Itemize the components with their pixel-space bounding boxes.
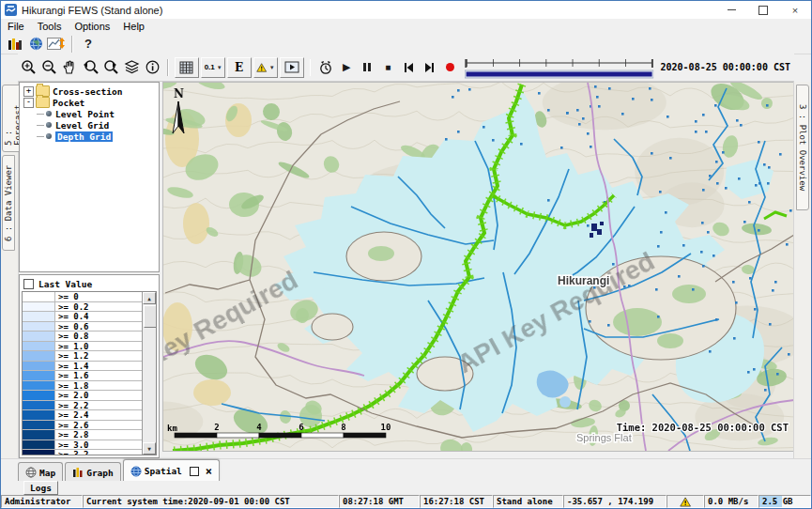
play-button[interactable]: ▶ bbox=[337, 58, 356, 77]
title-bar: Hikurangi FEWS (Stand alone) × bbox=[1, 1, 811, 20]
tree-item-level-grid[interactable]: Level Grid bbox=[20, 119, 159, 131]
previous-zoom-icon[interactable] bbox=[81, 58, 100, 77]
status-user: Administrator bbox=[1, 495, 83, 508]
logs-button[interactable]: Logs bbox=[23, 481, 58, 495]
help-icon[interactable]: ? bbox=[79, 35, 98, 54]
pause-button[interactable] bbox=[358, 58, 376, 77]
zoom-out-icon[interactable] bbox=[39, 58, 58, 77]
legend-class-label: >= 3.0 bbox=[55, 440, 142, 450]
show-grid-button[interactable] bbox=[175, 57, 199, 78]
tree-item-label: Depth Grid bbox=[55, 131, 113, 142]
close-panel-icon[interactable]: × bbox=[206, 467, 212, 476]
maximize-button[interactable] bbox=[747, 1, 779, 19]
close-button[interactable]: × bbox=[779, 1, 811, 19]
contour-value-dropdown[interactable]: 0.1 ▼ bbox=[201, 57, 225, 78]
tab-plot-overview[interactable]: 3 : Plot Overview bbox=[796, 85, 809, 210]
node-bullet-icon bbox=[46, 133, 52, 139]
globe-icon[interactable] bbox=[26, 35, 45, 54]
legend-color-swatch bbox=[23, 292, 55, 301]
tab-graph[interactable]: Graph bbox=[65, 462, 121, 482]
tree-item-label: Level Point bbox=[55, 109, 115, 119]
status-local-time: 16:27:18 CST bbox=[420, 495, 493, 508]
legend-row: >= 2.2 bbox=[23, 401, 142, 411]
last-value-label: Last Value bbox=[38, 279, 92, 289]
menu-options[interactable]: Options bbox=[68, 21, 116, 32]
time-slider[interactable] bbox=[464, 56, 654, 79]
status-bar: Administrator Current system time:2020-0… bbox=[1, 495, 811, 508]
bar-chart-icon bbox=[72, 467, 84, 478]
labels-button[interactable]: E bbox=[227, 57, 252, 78]
legend-row: >= 2.0 bbox=[23, 391, 142, 401]
tab-data-viewer[interactable]: 6 : Data Viewer bbox=[2, 155, 15, 251]
filter-tree[interactable]: +Cross-section-PocketLevel PointLevel Gr… bbox=[19, 82, 160, 272]
menu-file[interactable]: File bbox=[1, 21, 31, 32]
legend-row: >= 2.4 bbox=[23, 410, 142, 421]
timeline-datetime: 2020-08-25 00:00:00 CST bbox=[659, 62, 794, 72]
menu-help[interactable]: Help bbox=[116, 21, 151, 32]
tree-item-label: Level Grid bbox=[55, 120, 109, 131]
legend-row: >= 0.6 bbox=[23, 322, 142, 332]
legend-class-label: >= 0 bbox=[55, 292, 142, 301]
legend-row: >= 0.8 bbox=[23, 332, 142, 342]
logs-chart-icon[interactable] bbox=[6, 35, 24, 54]
map-view[interactable]: API Key Required API Key Required Hikura… bbox=[162, 82, 796, 452]
chevron-down-icon: ▼ bbox=[269, 65, 275, 70]
place-label-springs-flat: Springs Flat bbox=[576, 432, 632, 443]
status-warning-icon[interactable] bbox=[666, 495, 704, 508]
restore-panel-icon[interactable] bbox=[190, 467, 199, 476]
legend-class-label: >= 0.8 bbox=[55, 332, 142, 341]
chevron-down-icon: ▼ bbox=[217, 65, 222, 70]
tab-spatial[interactable]: Spatial× bbox=[123, 459, 220, 482]
step-first-button[interactable] bbox=[399, 58, 418, 77]
scale-tick-label: 4 bbox=[256, 423, 262, 432]
animation-settings-icon[interactable] bbox=[316, 58, 335, 77]
info-icon[interactable] bbox=[143, 58, 161, 77]
next-zoom-icon[interactable] bbox=[101, 58, 120, 77]
legend-class-label: >= 1.8 bbox=[55, 381, 142, 391]
window-title: Hikurangi FEWS (Stand alone) bbox=[22, 5, 162, 16]
legend-row: >= 0.2 bbox=[23, 302, 142, 313]
workspace: 5 : Forecast 6 : Data Viewer +Cross-sect… bbox=[1, 82, 811, 458]
layers-icon[interactable] bbox=[122, 58, 141, 77]
scroll-up-icon[interactable]: ▲ bbox=[143, 292, 156, 304]
step-last-button[interactable] bbox=[420, 58, 438, 77]
last-value-checkbox[interactable] bbox=[23, 279, 34, 289]
tree-item-pocket[interactable]: -Pocket bbox=[20, 97, 159, 108]
legend-color-swatch bbox=[23, 371, 55, 380]
legend-color-swatch bbox=[23, 401, 55, 410]
tree-item-label: Pocket bbox=[53, 98, 84, 108]
minimize-button[interactable] bbox=[715, 1, 747, 19]
collapse-icon[interactable]: - bbox=[23, 98, 34, 108]
stop-button[interactable]: ■ bbox=[378, 58, 397, 77]
pan-hand-icon[interactable] bbox=[60, 58, 79, 77]
scroll-down-icon[interactable]: ▼ bbox=[143, 442, 156, 455]
scrollbar-thumb[interactable] bbox=[144, 305, 157, 328]
tree-item-depth-grid[interactable]: Depth Grid bbox=[20, 131, 159, 142]
tab-map[interactable]: Map bbox=[18, 462, 63, 482]
tree-connector bbox=[37, 125, 44, 126]
legend-color-swatch bbox=[23, 410, 55, 420]
legend-class-label: >= 1.6 bbox=[55, 371, 142, 380]
status-memory: 2.5 GB bbox=[758, 495, 811, 508]
svg-text:N: N bbox=[174, 87, 184, 100]
spatial-display-icon[interactable] bbox=[47, 35, 66, 54]
folder-icon bbox=[36, 97, 50, 108]
legend-row: >= 1.2 bbox=[23, 351, 142, 362]
status-mode: Stand alone bbox=[493, 495, 563, 508]
menu-tools[interactable]: Tools bbox=[31, 21, 69, 32]
record-button[interactable] bbox=[440, 58, 459, 77]
legend-row: >= 1.0 bbox=[23, 342, 142, 352]
left-tab-strip: 5 : Forecast 6 : Data Viewer bbox=[1, 82, 19, 458]
status-coordinates: -35.657 , 174.199 bbox=[563, 495, 666, 508]
thresholds-dropdown[interactable]: ▼ bbox=[253, 57, 278, 78]
zoom-in-icon[interactable] bbox=[19, 58, 38, 77]
open-display-button[interactable] bbox=[280, 57, 304, 78]
tree-item-level-point[interactable]: Level Point bbox=[20, 108, 159, 119]
legend-color-swatch bbox=[23, 440, 55, 450]
legend-class-label: >= 2.6 bbox=[55, 421, 142, 430]
legend-scrollbar[interactable]: ▲ ▼ bbox=[142, 292, 156, 455]
toolbar-separator bbox=[71, 36, 73, 53]
expand-icon[interactable]: + bbox=[23, 86, 34, 97]
tree-item-label: Cross-section bbox=[53, 86, 122, 97]
scale-tick-label: 2 bbox=[214, 423, 219, 432]
